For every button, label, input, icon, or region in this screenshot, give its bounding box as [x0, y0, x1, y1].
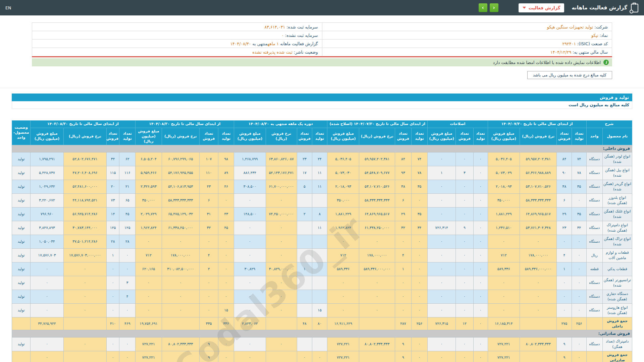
fy0730c-cell: ۳۲ [395, 221, 411, 235]
fy0730c-cell: ۱۶,۹۱۱,۶۲۹ [327, 317, 359, 330]
month-cell: ۰ [266, 194, 297, 207]
header-fy0830-rate: نرخ فروش (ریال) [162, 128, 199, 145]
table-row: انواع بلدوزر (همگن شده)دستگاه۰۶۵۸,۳۳۳,۳۳… [12, 194, 632, 207]
py0830-cell [63, 317, 106, 330]
app-bar: گزارش فعالیت ماهانه گزارش فعالیت ‹ › EN [0, 0, 644, 15]
unit-cell: دستگاه [586, 166, 602, 180]
fy0730-cell: ۹ [557, 338, 572, 351]
header-fy0830-amount: مبلغ فروش (میلیون ریال) [136, 128, 162, 145]
month-cell [312, 276, 327, 290]
status-cell: تولید [12, 290, 31, 304]
fy0730c-cell: ۹۳ [395, 166, 411, 180]
fy0830-cell [162, 317, 199, 330]
fy0830-cell: ۱۷۸,۰۰۰,۰۰۰ [162, 249, 199, 262]
table-row: جمع فروش صادراتی۰۹۷۲۷,۲۲۱۰۰۰۰۹۷۲۷,۲۲۱۰۰۰… [12, 351, 632, 362]
fy0730-cell: ۰ [572, 304, 586, 317]
adj-cell: ۷۲۶,۳۱۴ [428, 221, 456, 235]
adj-cell: ۰ [456, 249, 473, 262]
fy0830-cell: ۳۱۰,۰۸۲,۵۰۰,۰۰۰ [162, 262, 199, 276]
table-row: ترانسپورتر (همگن شده)دستگاه۰۰۰۰۰۰۰۰۰۰۰۰۰… [12, 276, 632, 290]
month-cell: ۶۱,۷۰۰,۰۰۰,۰۰۰ [266, 180, 297, 194]
unit-cell: دستگاه [586, 153, 602, 166]
header-product-name: نام محصول [602, 128, 632, 145]
status-cell: تولید [12, 276, 31, 290]
month-cell [312, 262, 327, 276]
fy0830-cell: ۶۵,۴۷۵,۱۲۹,۰۳۲ [162, 207, 199, 221]
adj-cell: ۰ [473, 221, 488, 235]
unit-cell: قطعه [586, 262, 602, 276]
fy0830-cell: ۶۰,۷۹۶,۲۹۹,۰۶۵ [162, 153, 199, 166]
fy0730c-cell: ۰ [327, 290, 359, 304]
adj-cell: ۰ [473, 166, 488, 180]
month-cell [297, 194, 312, 207]
fy0730-cell: ۵۳,۱۰۷,۷۱۰,۵۲۶ [520, 180, 556, 194]
fy0730-cell: ۱۶,۱۸۵,۳۱۴ [488, 317, 520, 330]
adj-cell: ۰ [428, 153, 456, 166]
fy0730-cell: ۰ [557, 304, 572, 317]
month-cell [297, 338, 312, 351]
fy0730c-cell: ۷۱۲ [327, 249, 359, 262]
py0830-cell: ۷۳ [107, 194, 119, 207]
fy0830-cell: ۸۹ [218, 166, 234, 180]
py0830-cell: ۳۰,۷۸۳,۱۴۴,۰۰۰ [63, 221, 106, 235]
month-cell: ۴۸ [297, 317, 312, 330]
table-row: انواع تراک (همگن شده)دستگاه۰۰۰۰۰۰۰۰۰۰۰۰۰… [12, 235, 632, 249]
adj-cell: ۰ [473, 262, 488, 276]
info-value: ۱۴۰۴/۰۸/۳۰ [230, 41, 251, 46]
adj-cell: ۰ [428, 290, 456, 304]
fy0730c-cell: ۰ [327, 235, 359, 249]
fy0730-cell: ۶ [557, 194, 572, 207]
fy0830-cell: ۴۳ [218, 207, 234, 221]
fy0730-cell: ۰ [488, 276, 520, 290]
info-label: سرمایه ثبت شده: [285, 24, 318, 29]
header-group-month: دوره یک ماهه منتهی به ۱۴۰۴/۰۸/۳۰ [234, 121, 327, 128]
py0830-cell: ۱۲۵ [119, 221, 136, 235]
nav-next-button[interactable]: › [479, 3, 487, 12]
py0830-cell: ۰ [63, 290, 106, 304]
info-value: ۱۴۰۴/۱۲/۲۹ [550, 50, 571, 55]
py0830-cell: ۲۸ [107, 235, 119, 249]
fy0730-cell: ۵۸۹,۳۳۶ [488, 262, 520, 276]
fy0730-cell: ۰ [572, 262, 586, 276]
fy0830-cell: ۷۲۷,۲۲۱ [136, 338, 162, 351]
py0830-cell: ۰ [107, 351, 119, 362]
status-cell: تولید [12, 338, 31, 351]
fy0830-cell: ۵,۹۵۹,۴۶۶ [136, 166, 162, 180]
company-info-table: شرکت: تولید تجهیزات سنگین هپکوسرمایه ثبت… [32, 22, 612, 56]
language-toggle[interactable]: EN [5, 5, 11, 10]
py0830-cell: ۱۲۵ [107, 221, 119, 235]
fy0830-cell: ۲ [199, 262, 218, 276]
info-cell-report-period: گزارش فعالیت ماهانه ۱ ماههمنتهی به ۱۴۰۴/… [32, 40, 322, 48]
info-cell-isic-code: کد صنعت (ISIC): ۲۹۲۴۰۱ [322, 40, 612, 48]
fy0830-cell: ۰ [218, 235, 234, 249]
fy0730-cell: ۰ [520, 290, 556, 304]
adj-cell: ۷۲۶,۳۱۵ [428, 317, 456, 330]
adj-cell: ۰ [473, 304, 488, 317]
fy0730-cell: ۰ [572, 338, 586, 351]
info-label: سرمایه ثبت نشده: [284, 33, 318, 38]
fy0730c-cell: ۷۸ [411, 166, 427, 180]
report-type-dropdown[interactable]: گزارش فعالیت [519, 3, 565, 12]
header-group-desc: شرح [586, 121, 632, 128]
nav-prev-button[interactable]: ‹ [490, 3, 498, 12]
chevron-down-icon [523, 7, 526, 9]
py0830-cell: ۱۱۶ [119, 166, 136, 180]
fy0730-cell: ۰ [520, 276, 556, 290]
fy0730c-cell: ۰ [411, 290, 427, 304]
fy0730c-cell: ۲۵۶ [411, 317, 427, 330]
adj-cell: ۰ [428, 180, 456, 194]
month-cell: ۰ [266, 235, 297, 249]
py0830-cell: ۴۴,۱۱۸,۷۹۴,۵۲۱ [63, 194, 106, 207]
month-cell: ۰ [266, 338, 297, 351]
fy0730-cell: ۱,۸۸۱,۲۲۹ [488, 207, 520, 221]
unit-cell: دستگاه [586, 304, 602, 317]
fy0730c-cell: ۰ [411, 276, 427, 290]
adj-cell: ۰ [473, 207, 488, 221]
month-cell [297, 290, 312, 304]
fy0730-cell: ۶۴,۸۶۹,۹۶۵,۵۱۷ [520, 207, 556, 221]
month-cell: ۳۰۸,۵۰۰ [234, 180, 266, 194]
month-cell: ۱۱ [312, 221, 327, 235]
table-row: فروش داخلی: [12, 145, 632, 153]
adj-cell: ۰ [473, 276, 488, 290]
status-cell: تولید [12, 235, 31, 249]
